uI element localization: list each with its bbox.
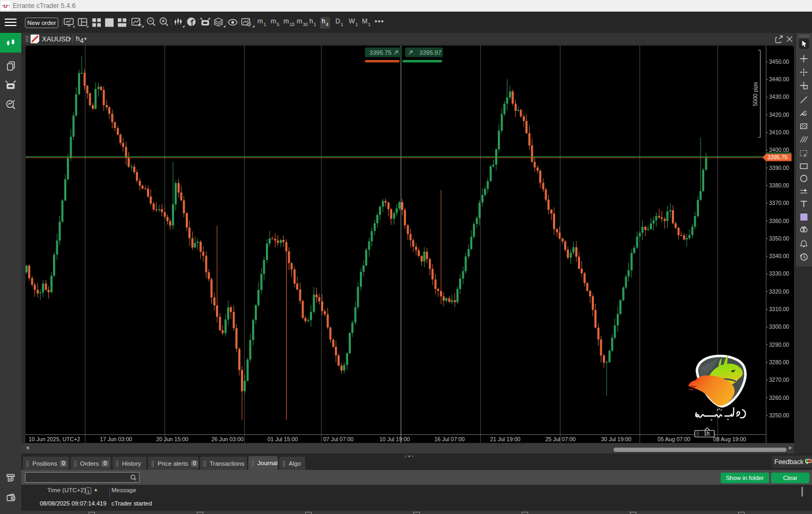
svg-text:05 Aug 07:00: 05 Aug 07:00 <box>658 436 690 442</box>
svg-text:07 Jul 07:00: 07 Jul 07:00 <box>323 436 353 442</box>
svg-text:3330.00: 3330.00 <box>769 270 789 277</box>
svg-text:3350.00: 3350.00 <box>769 235 789 242</box>
svg-text:3450.00: 3450.00 <box>769 58 789 65</box>
svg-text:3360.00: 3360.00 <box>769 218 789 224</box>
svg-text:20 Jun 15:00: 20 Jun 15:00 <box>156 436 188 442</box>
svg-text:4: 4 <box>80 37 84 45</box>
svg-text:30 Jul 19:00: 30 Jul 19:00 <box>601 436 631 442</box>
svg-text:3290.00: 3290.00 <box>769 341 789 348</box>
svg-text:3320.00: 3320.00 <box>769 288 789 295</box>
svg-text:3250.00: 3250.00 <box>769 412 789 418</box>
svg-text:F: F <box>805 153 807 158</box>
svg-text:1h: 1h <box>704 431 710 436</box>
svg-text:3370.00: 3370.00 <box>769 200 789 206</box>
svg-text:3440.00: 3440.00 <box>769 76 789 82</box>
svg-text:3395.97: 3395.97 <box>419 49 442 56</box>
svg-text:h: h <box>76 35 80 42</box>
svg-text:10 Jul 19:00: 10 Jul 19:00 <box>379 436 410 442</box>
svg-text:3395.75: 3395.75 <box>369 49 392 56</box>
svg-text:01 Jul 15:00: 01 Jul 15:00 <box>267 436 298 442</box>
svg-text:08 Aug 19:00: 08 Aug 19:00 <box>713 436 746 442</box>
svg-text:3340.00: 3340.00 <box>769 253 789 259</box>
svg-text:3390.00: 3390.00 <box>769 165 789 171</box>
svg-text:XAUUSD: XAUUSD <box>42 35 71 43</box>
svg-text:10 Jun 2025, UTC+2: 10 Jun 2025, UTC+2 <box>29 436 80 442</box>
svg-text:3270.00: 3270.00 <box>769 376 789 383</box>
svg-text:26 Jun 03:00: 26 Jun 03:00 <box>211 436 244 442</box>
svg-text:3395.75: 3395.75 <box>767 154 788 160</box>
svg-text:3410.00: 3410.00 <box>769 129 789 135</box>
svg-text:3280.00: 3280.00 <box>769 359 789 365</box>
svg-text:3300.00: 3300.00 <box>769 323 789 330</box>
svg-text:16 Jul 07:00: 16 Jul 07:00 <box>434 436 464 442</box>
svg-text:25 Jul 07:00: 25 Jul 07:00 <box>545 436 575 442</box>
svg-text:3310.00: 3310.00 <box>769 306 789 312</box>
svg-text:3430.00: 3430.00 <box>769 93 789 100</box>
svg-text:21 Jul 19:00: 21 Jul 19:00 <box>490 436 520 442</box>
svg-text:3380.00: 3380.00 <box>769 182 789 189</box>
svg-text:3260.00: 3260.00 <box>769 395 789 401</box>
svg-text:17 Jun 03:00: 17 Jun 03:00 <box>100 436 132 442</box>
svg-text:3420.00: 3420.00 <box>769 112 789 118</box>
svg-text:5000 pips: 5000 pips <box>752 82 758 106</box>
